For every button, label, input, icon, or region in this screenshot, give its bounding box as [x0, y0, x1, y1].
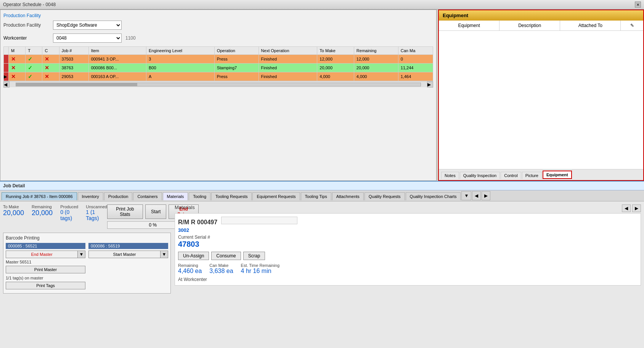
- mat-remaining-label: Remaining: [178, 263, 202, 268]
- scroll-left-btn[interactable]: ◀: [3, 81, 10, 88]
- print-job-stats-button[interactable]: Print Job Stats: [107, 204, 143, 219]
- barcode-section: Barcode Printing 000085 : 56521 End Mast…: [3, 233, 171, 294]
- row-marker: [4, 64, 9, 72]
- end-master-dropdown[interactable]: ▼: [78, 251, 85, 258]
- cell-next-op: Finished: [259, 72, 317, 81]
- produced-label: Produced: [60, 204, 78, 209]
- table-row[interactable]: ✕ ✓ ✕ 37503 000941 3 OP... 3 Press Finis…: [4, 55, 433, 64]
- barcode-col-1: 000085 : 56521 End Master ▼ Master 56511…: [6, 243, 85, 291]
- job-detail-title: Job Detail: [3, 183, 25, 188]
- cell-job: 38763: [59, 64, 88, 72]
- job-detail-header: Job Detail: [0, 182, 644, 190]
- cell-job: 37503: [59, 55, 88, 64]
- barcode-label-1: 000085 : 56521: [6, 243, 85, 249]
- tab-prev[interactable]: ◀: [472, 191, 481, 200]
- tab-tooling-requests[interactable]: Tooling Requests: [211, 192, 252, 200]
- tab-tooling-tips[interactable]: Tooling Tips: [301, 192, 331, 200]
- end-master-button[interactable]: End Master: [6, 251, 78, 258]
- material-rm: R/M R 000497: [178, 219, 217, 226]
- workcenter-label: Workcenter: [3, 35, 53, 41]
- horizontal-scrollbar[interactable]: ◀ ▶: [3, 81, 433, 87]
- tab-quality-inspection-charts[interactable]: Quality Inspection Charts: [406, 192, 461, 200]
- row-marker-arrow: ▶: [4, 72, 9, 81]
- remaining-label: Remaining: [32, 204, 53, 209]
- close-button[interactable]: ✕: [635, 2, 641, 8]
- tab-next[interactable]: ▶: [482, 191, 490, 200]
- tab-inventory[interactable]: Inventory: [78, 192, 103, 200]
- scroll-thumb[interactable]: [16, 83, 137, 86]
- print-tags-button[interactable]: Print Tags: [6, 282, 85, 289]
- tab-notes[interactable]: Notes: [441, 172, 459, 179]
- stats-area: To Make 20,000 Remaining 20,000 Produced…: [3, 204, 107, 226]
- tab-equipment[interactable]: Equipment: [543, 171, 572, 179]
- tab-quality-requests[interactable]: Quality Requests: [365, 192, 405, 200]
- mat-can-make-value: 3,638 ea: [209, 268, 233, 275]
- tab-attachments[interactable]: Attachments: [332, 192, 364, 200]
- tab-quality-inspection[interactable]: Quality Inspection: [460, 172, 500, 179]
- scrap-button[interactable]: Scrap: [243, 252, 265, 260]
- material-next-arrow[interactable]: ▶: [632, 204, 641, 212]
- cell-item: 000941 3 OP...: [88, 55, 146, 64]
- table-row[interactable]: ✕ ✓ ✕ 38763 000086 B00... B00 Stamping7 …: [4, 64, 433, 72]
- tab-materials[interactable]: Materials: [163, 192, 188, 200]
- facility-link[interactable]: Production Facility: [3, 13, 433, 18]
- print-master-button[interactable]: Print Master: [6, 266, 85, 273]
- progress-label: 0 %: [149, 222, 157, 228]
- consume-button[interactable]: Consume: [211, 252, 241, 260]
- stats-buttons-row: To Make 20,000 Remaining 20,000 Produced…: [3, 204, 171, 229]
- equipment-grid-header: Equipment Description Attached To ✎: [439, 21, 643, 31]
- tags-label: 1/1 tag(s) on master: [6, 276, 85, 280]
- cell-c: ✕: [42, 55, 59, 64]
- col-job: Job #: [59, 47, 88, 55]
- table-row[interactable]: ▶ ✕ ✓ ✕ 29053 000163 A OP... A Press Fin…: [4, 72, 433, 81]
- scroll-right-btn[interactable]: ▶: [427, 81, 433, 88]
- facility-select[interactable]: ShopEdge Software: [53, 21, 122, 30]
- workcenter-select[interactable]: 0048: [53, 34, 122, 43]
- title-bar: Operator Schedule - 0048 ✕: [0, 0, 644, 10]
- start-master-dropdown[interactable]: ▼: [161, 251, 168, 258]
- facility-label: Production Facility: [3, 22, 53, 28]
- window-title: Operator Schedule - 0048: [3, 2, 56, 7]
- tab-production[interactable]: Production: [104, 192, 133, 200]
- col-indicator: [4, 47, 9, 55]
- barcode-col-2: 000086 : 56519 Start Master ▼: [88, 243, 168, 291]
- tab-running-job[interactable]: Running Job # 38763 - Item 000086: [2, 192, 77, 200]
- col-to-make: To Make: [317, 47, 354, 55]
- cell-m: ✕: [9, 72, 26, 81]
- cell-eng: 3: [146, 55, 214, 64]
- cell-m: ✕: [9, 64, 26, 72]
- main-container: Operator Schedule - 0048 ✕ Production Fa…: [0, 0, 644, 348]
- job-detail-tabs: Running Job # 38763 - Item 000086 Invent…: [0, 190, 644, 201]
- barcode-title: Barcode Printing: [6, 235, 168, 241]
- tab-containers[interactable]: Containers: [133, 192, 162, 200]
- to-make-label: To Make: [3, 204, 24, 209]
- tab-tooling[interactable]: Tooling: [189, 192, 210, 200]
- col-c: C: [42, 47, 59, 55]
- at-workcenter-label: At Workcenter: [178, 277, 638, 282]
- cell-to-make: 12,000: [317, 55, 354, 64]
- scroll-track[interactable]: [16, 83, 421, 86]
- equip-col-description: Description: [499, 21, 560, 30]
- tab-overflow-down[interactable]: ▼: [461, 191, 471, 200]
- top-section: Production Facility Production Facility …: [0, 10, 644, 181]
- start-master-button[interactable]: Start Master: [88, 251, 161, 258]
- col-can-make: Can Ma: [398, 47, 433, 55]
- content-area: To Make 20,000 Remaining 20,000 Produced…: [0, 201, 644, 348]
- tab-picture[interactable]: Picture: [522, 172, 542, 179]
- cell-job: 29053: [59, 72, 88, 81]
- unscanned-value: 1 (1 Tags): [86, 209, 107, 221]
- stat-unscanned: Unscanned 1 (1 Tags): [86, 204, 107, 221]
- unassign-button[interactable]: Un-Assign: [178, 252, 209, 260]
- tab-control[interactable]: Control: [501, 172, 521, 179]
- current-serial-value: 47803: [178, 240, 638, 249]
- col-item: Item: [88, 47, 146, 55]
- start-button[interactable]: Start: [145, 204, 166, 219]
- material-prev-arrow[interactable]: ◀: [622, 204, 631, 212]
- stat-to-make: To Make 20,000: [3, 204, 24, 217]
- equipment-panel: Equipment Equipment Description Attached…: [438, 10, 644, 181]
- cell-next-op: Finished: [259, 64, 317, 72]
- equipment-panel-tabs: Notes Quality Inspection Control Picture…: [439, 169, 643, 180]
- equip-col-extra: ✎: [621, 21, 643, 30]
- bottom-section: Job Detail Running Job # 38763 - Item 00…: [0, 181, 644, 348]
- tab-equipment-requests[interactable]: Equipment Requests: [252, 192, 300, 200]
